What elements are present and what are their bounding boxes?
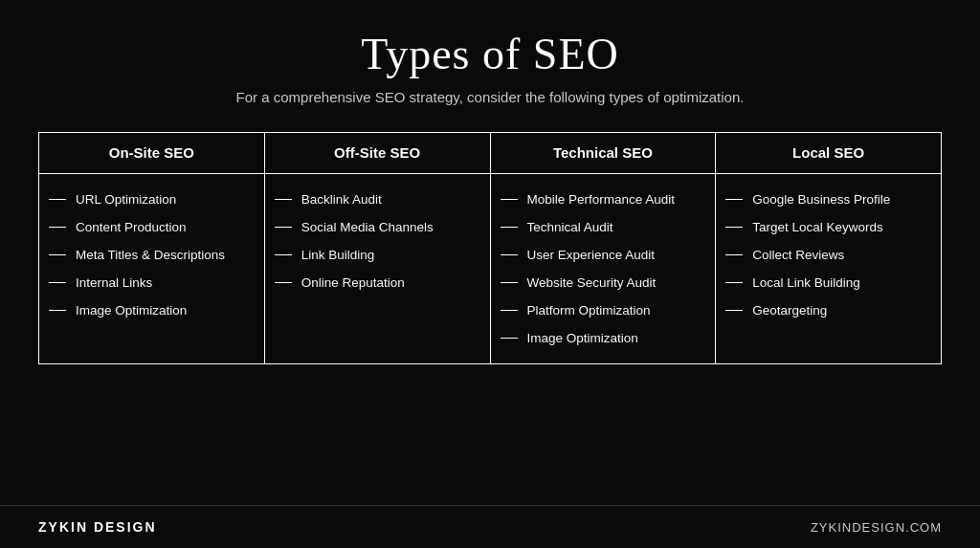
list-item-label: Social Media Channels bbox=[301, 220, 434, 234]
list-item-dash bbox=[725, 227, 743, 229]
list-item-dash bbox=[725, 254, 743, 256]
list-item-dash bbox=[49, 199, 66, 201]
list-item: Social Media Channels bbox=[265, 213, 490, 241]
column-header-1: Off-Site SEO bbox=[265, 133, 490, 174]
list-item-dash bbox=[501, 254, 518, 256]
list-item-label: Google Business Profile bbox=[752, 192, 890, 207]
list-item-label: Geotargeting bbox=[752, 303, 827, 318]
list-item: Geotargeting bbox=[716, 296, 941, 324]
footer-brand: ZYKIN DESIGN bbox=[38, 519, 157, 535]
list-item-label: Online Reputation bbox=[301, 275, 405, 290]
list-item: Platform Optimization bbox=[491, 296, 716, 324]
list-item-dash bbox=[725, 282, 743, 284]
list-item-dash bbox=[501, 338, 518, 340]
column-header-text-3: Local SEO bbox=[792, 144, 864, 161]
list-item-dash bbox=[725, 199, 743, 201]
list-item-dash bbox=[501, 199, 518, 201]
list-item-label: Internal Links bbox=[76, 275, 152, 290]
list-item: Content Production bbox=[39, 213, 264, 241]
page-title: Types of SEO bbox=[361, 29, 618, 79]
list-item-label: Image Optimization bbox=[76, 303, 187, 318]
list-item: Backlink Audit bbox=[265, 186, 490, 213]
page-wrapper: Types of SEO For a comprehensive SEO str… bbox=[0, 0, 980, 548]
list-item-label: Technical Audit bbox=[527, 220, 613, 234]
column-1: Off-Site SEOBacklink AuditSocial Media C… bbox=[265, 133, 491, 363]
column-header-0: On-Site SEO bbox=[39, 133, 264, 174]
list-item: Website Security Audit bbox=[491, 269, 716, 296]
list-item: Image Optimization bbox=[39, 296, 264, 324]
columns-container: On-Site SEOURL OptimizationContent Produ… bbox=[38, 132, 942, 364]
list-item-dash bbox=[501, 282, 518, 284]
list-item-label: Platform Optimization bbox=[527, 303, 651, 318]
column-header-text-2: Technical SEO bbox=[553, 144, 653, 161]
list-item: URL Optimization bbox=[39, 186, 264, 213]
column-header-3: Local SEO bbox=[716, 133, 941, 174]
column-header-2: Technical SEO bbox=[491, 133, 716, 174]
list-item: Internal Links bbox=[39, 269, 264, 296]
column-0: On-Site SEOURL OptimizationContent Produ… bbox=[39, 133, 265, 363]
column-items-2: Mobile Performance AuditTechnical AuditU… bbox=[491, 174, 716, 363]
list-item-dash bbox=[275, 227, 292, 229]
list-item-dash bbox=[49, 282, 66, 284]
footer: ZYKIN DESIGN ZYKINDESIGN.COM bbox=[0, 505, 980, 548]
list-item-label: Content Production bbox=[76, 220, 187, 234]
list-item-label: URL Optimization bbox=[76, 192, 176, 207]
list-item: Online Reputation bbox=[265, 269, 490, 296]
list-item: Target Local Keywords bbox=[716, 213, 941, 241]
list-item: Link Building bbox=[265, 241, 490, 269]
footer-url: ZYKINDESIGN.COM bbox=[811, 520, 942, 535]
list-item-dash bbox=[275, 199, 292, 201]
list-item-label: Backlink Audit bbox=[301, 192, 382, 207]
list-item: Technical Audit bbox=[491, 213, 716, 241]
column-header-text-1: Off-Site SEO bbox=[334, 144, 420, 161]
list-item-dash bbox=[501, 310, 518, 312]
list-item-label: Image Optimization bbox=[527, 331, 638, 345]
list-item-dash bbox=[49, 310, 66, 312]
list-item-dash bbox=[275, 254, 292, 256]
list-item-label: Mobile Performance Audit bbox=[527, 192, 676, 207]
list-item: Local Link Building bbox=[716, 269, 941, 296]
list-item-dash bbox=[49, 254, 66, 256]
list-item-label: Local Link Building bbox=[752, 275, 860, 290]
list-item-dash bbox=[501, 227, 518, 229]
list-item-label: Target Local Keywords bbox=[752, 220, 883, 234]
column-3: Local SEOGoogle Business ProfileTarget L… bbox=[716, 133, 941, 363]
page-subtitle: For a comprehensive SEO strategy, consid… bbox=[236, 89, 745, 105]
list-item-label: Meta Titles & Descriptions bbox=[76, 248, 225, 262]
list-item-label: User Experience Audit bbox=[527, 248, 656, 262]
list-item-label: Collect Reviews bbox=[752, 248, 844, 262]
list-item: User Experience Audit bbox=[491, 241, 716, 269]
list-item: Mobile Performance Audit bbox=[491, 186, 716, 213]
column-items-3: Google Business ProfileTarget Local Keyw… bbox=[716, 174, 941, 336]
column-items-0: URL OptimizationContent ProductionMeta T… bbox=[39, 174, 264, 336]
column-items-1: Backlink AuditSocial Media ChannelsLink … bbox=[265, 174, 490, 308]
list-item-label: Website Security Audit bbox=[527, 275, 657, 290]
list-item-label: Link Building bbox=[301, 248, 375, 262]
column-header-text-0: On-Site SEO bbox=[109, 144, 194, 161]
list-item-dash bbox=[725, 310, 743, 312]
list-item-dash bbox=[275, 282, 292, 284]
list-item: Collect Reviews bbox=[716, 241, 941, 269]
column-2: Technical SEOMobile Performance AuditTec… bbox=[491, 133, 717, 363]
list-item: Image Optimization bbox=[491, 324, 716, 352]
list-item: Meta Titles & Descriptions bbox=[39, 241, 264, 269]
list-item: Google Business Profile bbox=[716, 186, 941, 213]
list-item-dash bbox=[49, 227, 66, 229]
